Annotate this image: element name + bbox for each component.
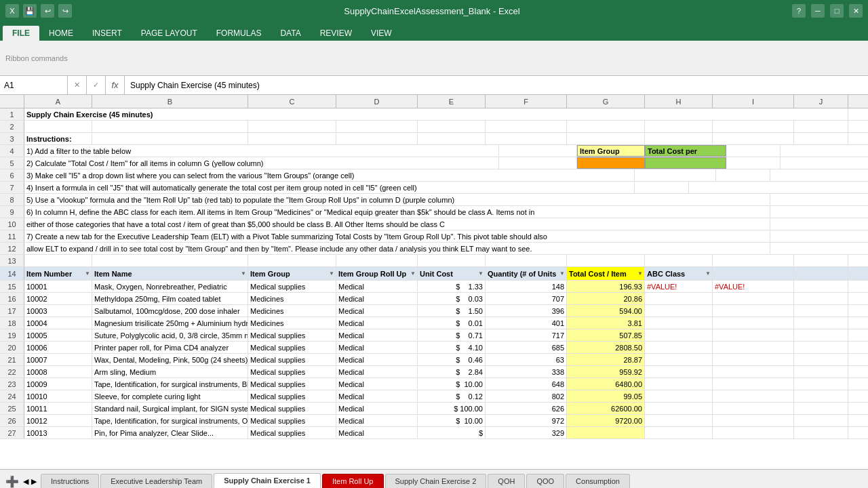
- cell-quantity[interactable]: 401: [486, 317, 567, 329]
- cell-item-name[interactable]: Standard nail, Surgical implant, for SIG…: [92, 403, 248, 414]
- cell-J25[interactable]: [794, 403, 848, 414]
- cell-header-J[interactable]: [794, 267, 848, 280]
- cell-H4[interactable]: Item Group: [577, 145, 645, 157]
- cell-A4[interactable]: 1) Add a filter to the table below: [24, 145, 499, 157]
- cell-item-num[interactable]: 10009: [24, 378, 92, 390]
- cell-header-item-group-rollup[interactable]: Item Group Roll Up ▼: [336, 267, 418, 280]
- cell-J2[interactable]: [794, 121, 848, 132]
- cell-item-name[interactable]: Printer paper roll, for Pima CD4 analyze…: [92, 342, 248, 353]
- save-icon[interactable]: 💾: [23, 4, 37, 18]
- cell-I5[interactable]: [645, 157, 726, 169]
- cell-item-group[interactable]: Medical supplies: [248, 329, 336, 341]
- cell-G2[interactable]: [567, 121, 645, 132]
- cell-A2[interactable]: [24, 121, 92, 132]
- cell-unit-cost[interactable]: $ 0.71: [418, 329, 486, 341]
- cell-rollup[interactable]: Medical: [336, 317, 418, 329]
- redo-icon[interactable]: ↪: [58, 4, 72, 18]
- col-header-C[interactable]: C: [248, 95, 336, 108]
- cell-rollup[interactable]: Medical: [336, 366, 418, 378]
- cell-I17[interactable]: [713, 305, 794, 317]
- cell-quantity[interactable]: 338: [486, 366, 567, 378]
- cell-E2[interactable]: [418, 121, 486, 132]
- cell-I25[interactable]: [713, 403, 794, 414]
- cell-A6[interactable]: 3) Make cell "I5" a drop down list where…: [24, 169, 635, 181]
- tab-review[interactable]: REVIEW: [311, 26, 361, 41]
- cell-total-cost[interactable]: 6480.00: [567, 378, 645, 390]
- maximize-icon[interactable]: □: [830, 4, 844, 18]
- cell-total-cost[interactable]: 20.86: [567, 293, 645, 304]
- cell-E3[interactable]: [418, 133, 486, 144]
- cell-abc[interactable]: [645, 378, 713, 390]
- cell-J23[interactable]: [794, 378, 848, 390]
- cell-item-num[interactable]: 10008: [24, 366, 92, 378]
- cell-J15[interactable]: [794, 281, 848, 292]
- cell-item-name[interactable]: Mask, Oxygen, Nonrebreather, Pediatric: [92, 281, 248, 292]
- cell-item-num[interactable]: 10011: [24, 403, 92, 414]
- cell-rollup[interactable]: Medical: [336, 281, 418, 292]
- col-header-I[interactable]: I: [713, 95, 794, 108]
- cell-item-group[interactable]: Medical supplies: [248, 390, 336, 402]
- cell-quantity[interactable]: 802: [486, 390, 567, 402]
- cell-H13[interactable]: [645, 255, 713, 266]
- cell-abc[interactable]: [645, 403, 713, 414]
- cell-item-name[interactable]: Salbutamol, 100mcg/dose, 200 dose inhale…: [92, 305, 248, 317]
- cell-item-name[interactable]: Tape, Identification, for surgical instr…: [92, 415, 248, 426]
- cell-I2[interactable]: [713, 121, 794, 132]
- cell-header-quantity[interactable]: Quantity (# of Units ▼: [486, 267, 567, 280]
- cell-rollup[interactable]: Medical: [336, 305, 418, 317]
- cancel-formula[interactable]: ✕: [68, 76, 87, 94]
- cell-item-num[interactable]: 10004: [24, 317, 92, 329]
- cell-total-cost[interactable]: 196.93: [567, 281, 645, 292]
- cell-quantity[interactable]: 63: [486, 354, 567, 365]
- col-header-B[interactable]: B: [92, 95, 248, 108]
- cell-unit-cost[interactable]: $ 0.12: [418, 390, 486, 402]
- scroll-tabs-right[interactable]: ▶: [30, 477, 38, 486]
- cell-item-num[interactable]: 10012: [24, 415, 92, 426]
- cell-total-cost[interactable]: [567, 427, 645, 439]
- cell-J7[interactable]: [635, 182, 689, 193]
- cell-J13[interactable]: [794, 255, 848, 266]
- cell-unit-cost[interactable]: $: [418, 427, 486, 439]
- cell-I19[interactable]: [713, 329, 794, 341]
- cell-unit-cost[interactable]: $ 0.01: [418, 317, 486, 329]
- cell-item-num[interactable]: 10002: [24, 293, 92, 304]
- cell-item-name[interactable]: Methyldopa 250mg, Film coated tablet: [92, 293, 248, 304]
- cell-J19[interactable]: [794, 329, 848, 341]
- col-header-F[interactable]: F: [486, 95, 567, 108]
- cell-abc[interactable]: [645, 317, 713, 329]
- cell-total-cost[interactable]: 594.00: [567, 305, 645, 317]
- cell-total-cost[interactable]: 959.92: [567, 366, 645, 378]
- cell-I27[interactable]: [713, 427, 794, 439]
- cell-rollup[interactable]: Medical: [336, 342, 418, 353]
- cell-A1[interactable]: Supply Chain Exercise (45 minutes): [24, 108, 848, 120]
- cell-A3[interactable]: Instructions:: [24, 133, 92, 144]
- cell-abc[interactable]: #VALUE!: [645, 281, 713, 292]
- cell-quantity[interactable]: 717: [486, 329, 567, 341]
- tab-insert[interactable]: INSERT: [83, 26, 132, 41]
- cell-header-I[interactable]: [713, 267, 794, 280]
- cell-item-name[interactable]: Wax, Dental, Modeling, Pink, 500g (24 sh…: [92, 354, 248, 365]
- tab-formulas[interactable]: FORMULAS: [207, 26, 271, 41]
- cell-total-cost[interactable]: 507.85: [567, 329, 645, 341]
- cell-header-total-cost[interactable]: Total Cost / Item ▼: [567, 267, 645, 280]
- cell-J18[interactable]: [794, 317, 848, 329]
- cell-I26[interactable]: [713, 415, 794, 426]
- cell-item-num[interactable]: 10001: [24, 281, 92, 292]
- cell-unit-cost[interactable]: $ 100.00: [418, 403, 486, 414]
- cell-abc[interactable]: [645, 366, 713, 378]
- sheet-tab-consumption[interactable]: Consumption: [566, 474, 630, 488]
- cell-quantity[interactable]: 626: [486, 403, 567, 414]
- cell-unit-cost[interactable]: $ 0.03: [418, 293, 486, 304]
- cell-item-num[interactable]: 10013: [24, 427, 92, 439]
- cell-item-name[interactable]: Sleeve, for complete curing light: [92, 390, 248, 402]
- cell-quantity[interactable]: 972: [486, 415, 567, 426]
- cell-rollup[interactable]: Medical: [336, 329, 418, 341]
- cell-J26[interactable]: [794, 415, 848, 426]
- cell-item-group[interactable]: Medicines: [248, 305, 336, 317]
- cell-item-name[interactable]: Tape, Identification, for surgical instr…: [92, 378, 248, 390]
- cell-J5[interactable]: [726, 157, 781, 169]
- cell-B2[interactable]: [92, 121, 248, 132]
- cell-I4[interactable]: Total Cost per: [645, 145, 726, 157]
- cell-I18[interactable]: [713, 317, 794, 329]
- tab-home[interactable]: HOME: [39, 26, 83, 41]
